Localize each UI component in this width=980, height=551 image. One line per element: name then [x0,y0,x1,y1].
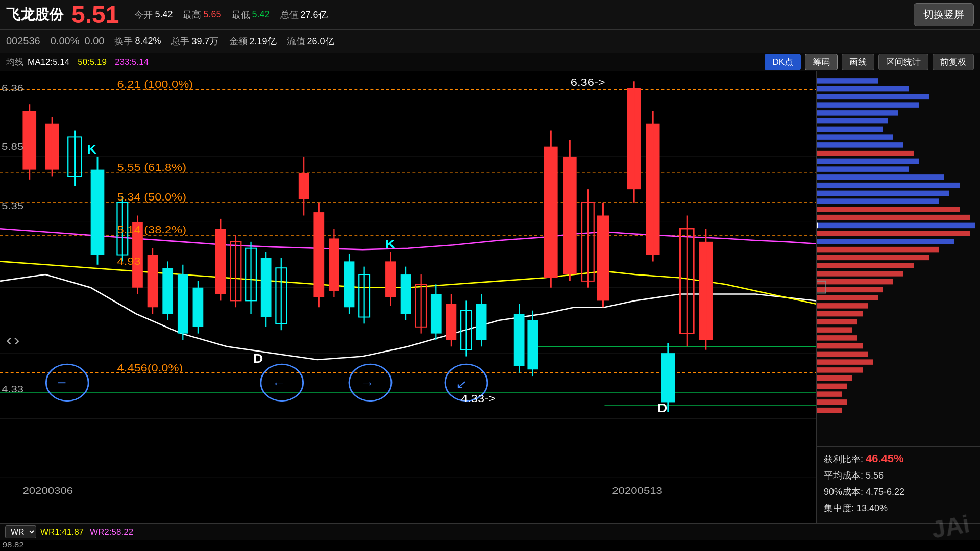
wr-chart: 98.82 0.00 [0,540,980,551]
svg-text:‹: ‹ [6,331,12,348]
change-val: 0.00 [84,35,104,47]
svg-text:98.82: 98.82 [3,541,24,548]
stock-code: 002536 [6,35,40,47]
svg-text:4.33->: 4.33-> [461,393,496,405]
svg-text:5.34 (50.0%): 5.34 (50.0%) [117,191,186,203]
svg-rect-139 [817,223,975,229]
avg-cost-row: 平均成本: 5.56 [824,469,973,482]
svg-rect-156 [817,359,873,365]
svg-rect-145 [817,271,903,277]
svg-rect-161 [817,399,847,405]
svg-text:4.33: 4.33 [2,384,23,394]
stat-jinkai-value: 5.42 [155,9,173,20]
svg-rect-163 [817,223,818,229]
right-panel: 获利比率: 46.45% 平均成本: 5.56 90%成本: 4.75-6.22… [817,71,980,523]
svg-rect-147 [817,287,883,293]
stat2-liuzhi-value: 26.0亿 [307,35,334,47]
ma50-item: 50:5.19 [78,57,107,67]
profit-rate-label: 获利比率: [824,454,863,464]
svg-text:K: K [87,142,96,156]
stat-zhongzhi-value: 27.6亿 [301,9,328,21]
choumar-btn[interactable]: 筹码 [805,54,838,70]
profit-rate-row: 获利比率: 46.45% [824,452,973,465]
volume-profile-chart [817,71,980,446]
dk-btn[interactable]: DK点 [765,54,801,70]
svg-text:4.93: 4.93 [117,255,140,267]
svg-rect-124 [817,102,919,108]
svg-text:D: D [657,401,667,414]
svg-text:←: ← [272,377,286,390]
svg-text:D: D [253,352,263,365]
profit-rate-value: 46.45% [866,452,904,465]
svg-rect-135 [817,191,949,196]
ma12-item: MA12:5.14 [28,57,69,67]
header-stats: 今开 5.42 最高 5.65 最低 5.42 总值 27.6亿 [134,9,914,21]
stock-name: 飞龙股份 [6,5,63,24]
candlestick-chart: K D [0,71,816,523]
header-row2: 002536 0.00% 0.00 换手 8.42% 总手 39.7万 金额 2… [0,30,980,53]
stat2-liuzhi: 流值 26.0亿 [287,35,334,47]
stat-zuigao-value: 5.65 [203,9,221,20]
svg-text:›: › [14,331,20,348]
svg-rect-154 [817,343,863,349]
stat2-zongshou-value: 39.7万 [191,35,218,47]
svg-rect-143 [817,255,929,261]
svg-rect-146 [817,279,893,285]
concentration-row: 集中度: 13.40% [824,502,973,514]
svg-text:5.14 (38.2%): 5.14 (38.2%) [117,224,186,236]
stat2-zongshou-label: 总手 [171,35,189,47]
cost-90-value: 4.75-6.22 [866,487,904,497]
switch-screen-button[interactable]: 切换竖屏 [914,3,974,26]
svg-rect-126 [817,118,888,124]
svg-text:−: − [58,375,66,390]
right-panel-chart [817,71,980,446]
stat-zhongzhi: 总值 27.6亿 [280,9,328,21]
svg-text:→: → [360,377,374,390]
stat2-huanshou: 换手 8.42% [114,35,161,47]
ma-label: 均线 [6,56,23,68]
wr-indicator-bar: WR WR1:41.87 WR2:58.22 [0,523,980,540]
svg-rect-160 [817,391,842,397]
svg-rect-122 [817,86,909,92]
wr2-value: WR2:58.22 [90,527,133,537]
svg-rect-153 [817,335,857,341]
svg-rect-128 [817,134,893,140]
stat2-zongshou: 总手 39.7万 [171,35,218,47]
svg-text:20200513: 20200513 [612,485,663,496]
chart-container[interactable]: K D [0,71,817,523]
svg-text:20200306: 20200306 [22,485,73,496]
stat2-huanshou-value: 8.42% [135,36,161,46]
svg-rect-133 [817,174,944,180]
svg-rect-129 [817,142,903,148]
svg-rect-125 [817,110,898,116]
svg-text:6.36: 6.36 [2,82,23,93]
svg-rect-140 [817,231,970,236]
qianfuquan-btn[interactable]: 前复权 [933,54,974,70]
svg-text:6.21 (100.0%): 6.21 (100.0%) [117,79,193,90]
svg-rect-138 [817,215,970,220]
svg-rect-150 [817,311,863,317]
svg-text:5.85: 5.85 [2,141,23,152]
ma-bar: 均线 MA12:5.14 50:5.19 233:5.14 DK点 筹码 画线 … [0,53,980,71]
wr-selector[interactable]: WR [5,525,36,538]
svg-rect-144 [817,263,914,268]
header-row1: 飞龙股份 5.51 今开 5.42 最高 5.65 最低 5.42 总值 27.… [0,0,980,30]
concentration-value: 13.40% [856,503,888,513]
svg-text:↙: ↙ [456,378,467,391]
svg-rect-130 [817,151,914,156]
stat2-jine-value: 2.19亿 [250,35,277,47]
svg-rect-155 [817,352,868,357]
ma233-item: 233:5.14 [115,57,149,67]
stat2-jine-label: 金额 [229,35,248,47]
cost-90-row: 90%成本: 4.75-6.22 [824,486,973,498]
avg-cost-label: 平均成本: [824,470,863,481]
svg-rect-149 [817,303,868,309]
huaxian-btn[interactable]: 画线 [842,54,874,70]
stat-zuidi: 最低 5.42 [232,9,270,21]
svg-rect-127 [817,127,883,132]
qujianjianji-btn[interactable]: 区间统计 [878,54,928,70]
stat-zuigao: 最高 5.65 [183,9,221,21]
avg-cost-value: 5.56 [866,470,884,481]
svg-rect-131 [817,159,919,164]
main-area: K D [0,71,980,523]
